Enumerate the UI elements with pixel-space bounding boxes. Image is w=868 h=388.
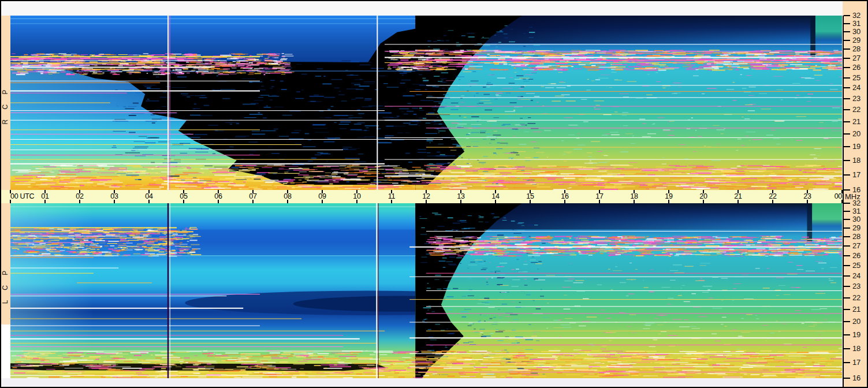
frequency-tick-label: 18 <box>852 344 867 353</box>
lcp-spectrogram-panel <box>10 203 842 378</box>
time-axis: 00 UTC0102030405060708091011121314151617… <box>1 190 843 203</box>
lcp-panel-label: L C P <box>1 251 10 320</box>
frequency-tick-label: 28 <box>852 232 867 241</box>
frequency-tick-label: 31 <box>852 19 867 28</box>
observatory-spectrogram-window: AJ4CO Observatory 04 Oct 2023 - DPS on T… <box>0 0 868 388</box>
frequency-tick <box>844 219 850 220</box>
frequency-tick <box>844 321 850 322</box>
time-tick-label: 19 <box>657 192 680 200</box>
frequency-tick-label: 24 <box>852 83 867 92</box>
frequency-tick-label: 27 <box>852 54 867 62</box>
frequency-tick <box>844 255 850 256</box>
frequency-tick <box>844 87 850 88</box>
frequency-tick-label: 32 <box>852 199 867 207</box>
time-tick-label: 16 <box>553 192 576 200</box>
frequency-tick <box>844 203 850 204</box>
frequency-tick <box>844 109 850 110</box>
frequency-tick-label: 17 <box>852 170 867 179</box>
frequency-tick <box>844 146 850 147</box>
rcp-panel-label: R C P <box>1 70 10 140</box>
frequency-tick-label: 28 <box>852 44 867 53</box>
time-tick-label: 01 <box>33 192 57 200</box>
bottom-margin <box>1 378 843 387</box>
frequency-tick-label: 16 <box>852 374 867 382</box>
frequency-tick <box>844 189 850 191</box>
time-tick-label: 12 <box>415 192 438 200</box>
frequency-tick-label: 23 <box>852 94 867 103</box>
frequency-tick-label: 19 <box>852 330 867 339</box>
frequency-tick-label: 21 <box>852 117 867 126</box>
frequency-tick-label: 26 <box>852 251 867 260</box>
frequency-tick-label: 22 <box>852 105 867 114</box>
time-tick-label: 00 UTC <box>10 192 34 200</box>
frequency-tick-label: 32 <box>852 11 867 20</box>
rcp-spectrogram-panel <box>10 16 842 190</box>
frequency-tick-label: 23 <box>852 282 867 290</box>
frequency-tick-label: 20 <box>852 317 867 326</box>
frequency-tick <box>844 334 850 335</box>
time-tick-label: 11 <box>380 192 403 200</box>
frequency-tick <box>844 174 850 176</box>
frequency-tick-label: 30 <box>852 215 867 223</box>
time-tick-label: 22 <box>761 192 784 200</box>
frequency-tick-label: 31 <box>852 207 867 215</box>
time-tick-label: 06 <box>207 192 230 200</box>
frequency-tick-label: 24 <box>852 271 867 280</box>
frequency-tick <box>844 40 850 41</box>
frequency-tick-label: 25 <box>852 73 867 82</box>
frequency-tick <box>844 348 850 349</box>
time-tick-label: 20 <box>692 192 715 200</box>
frequency-tick <box>844 236 850 237</box>
frequency-tick <box>844 211 850 212</box>
time-tick-label: 07 <box>241 192 265 200</box>
time-tick-label: 14 <box>484 192 507 200</box>
frequency-tick-label: 26 <box>852 63 867 72</box>
time-tick-label: 21 <box>727 192 750 200</box>
time-tick-label: 09 <box>311 192 334 200</box>
frequency-tick-label: 17 <box>852 358 867 367</box>
frequency-tick <box>844 121 850 122</box>
frequency-tick-label: 27 <box>852 241 867 250</box>
frequency-tick-label: 25 <box>852 261 867 270</box>
title-bar: AJ4CO Observatory 04 Oct 2023 - DPS on T… <box>1 1 843 16</box>
time-tick-label: 17 <box>588 192 611 200</box>
frequency-tick <box>844 286 850 287</box>
time-tick-label: 13 <box>449 192 472 200</box>
frequency-tick <box>844 23 850 24</box>
frequency-tick-label: 29 <box>852 223 867 232</box>
time-tick-label: 03 <box>103 192 126 200</box>
frequency-tick <box>844 98 850 99</box>
rcp-spectrogram-canvas <box>10 16 842 190</box>
frequency-tick-label: 16 <box>852 185 867 194</box>
time-tick-label: 00 <box>825 192 842 200</box>
frequency-tick <box>844 265 850 266</box>
frequency-tick-label: 30 <box>852 27 867 36</box>
frequency-tick <box>844 58 850 59</box>
frequency-tick <box>844 67 850 68</box>
plot-right-border-line <box>843 16 844 387</box>
lcp-spectrogram-canvas <box>10 203 842 378</box>
frequency-tick <box>844 297 850 299</box>
frequency-tick <box>844 245 850 247</box>
frequency-tick <box>844 77 850 79</box>
frequency-tick <box>844 378 850 379</box>
time-tick-label: 10 <box>345 192 368 200</box>
time-tick-label: 18 <box>623 192 646 200</box>
time-tick-label: 23 <box>796 192 819 200</box>
frequency-tick <box>844 48 850 50</box>
frequency-tick <box>844 133 850 135</box>
time-tick-label: 05 <box>172 192 195 200</box>
frequency-tick-label: 22 <box>852 293 867 302</box>
frequency-tick-label: 29 <box>852 36 867 44</box>
frequency-tick <box>844 309 850 310</box>
frequency-tick <box>844 362 850 363</box>
frequency-tick <box>844 227 850 229</box>
time-tick-label: 02 <box>68 192 91 200</box>
time-tick-label: 04 <box>137 192 161 200</box>
frequency-tick <box>844 31 850 32</box>
frequency-tick <box>844 15 850 16</box>
frequency-tick-label: 21 <box>852 305 867 314</box>
frequency-tick-label: 20 <box>852 129 867 138</box>
frequency-tick <box>844 160 850 161</box>
frequency-tick <box>844 275 850 277</box>
